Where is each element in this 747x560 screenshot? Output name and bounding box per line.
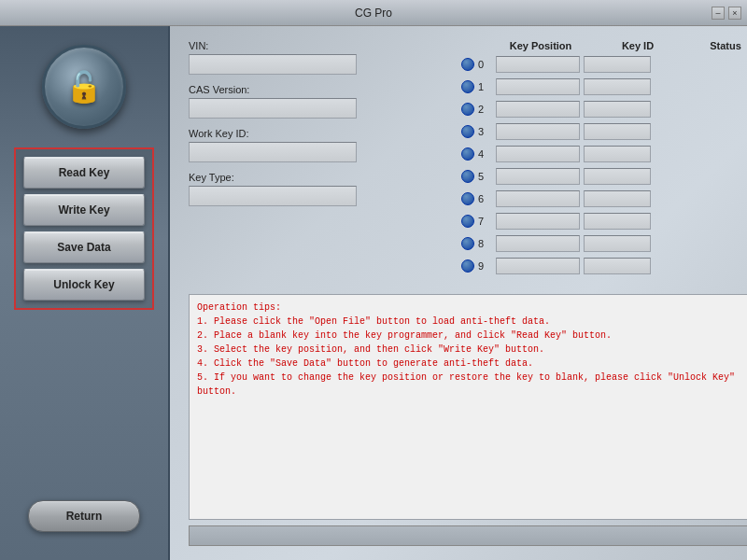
title-bar: CG Pro – × bbox=[0, 0, 747, 26]
key-position-header: Key Position bbox=[494, 40, 587, 51]
key-position-col: 3 bbox=[378, 125, 492, 138]
key-position-col: 8 bbox=[378, 237, 492, 250]
key-dot-9 bbox=[461, 259, 474, 273]
key-row: 3 bbox=[378, 123, 747, 140]
status-input-1[interactable] bbox=[584, 78, 651, 95]
key-num-4: 4 bbox=[478, 148, 492, 160]
key-position-col: 0 bbox=[378, 58, 492, 71]
key-num-8: 8 bbox=[478, 238, 492, 249]
key-id-input-8[interactable] bbox=[496, 235, 580, 252]
main-container: 🔓 Read Key Write Key Save Data Unlock Ke… bbox=[0, 26, 747, 560]
status-input-7[interactable] bbox=[584, 213, 651, 230]
key-dot-8 bbox=[461, 237, 474, 250]
form-section: VIN: CAS Version: Work Key ID: Key Type: bbox=[189, 40, 747, 277]
key-id-header: Key ID bbox=[591, 40, 684, 51]
status-input-3[interactable] bbox=[584, 123, 651, 140]
key-num-5: 5 bbox=[478, 171, 492, 182]
status-input-8[interactable] bbox=[584, 235, 651, 252]
work-key-id-input[interactable] bbox=[189, 142, 357, 162]
key-dot-3 bbox=[461, 125, 474, 138]
key-num-6: 6 bbox=[478, 193, 492, 204]
status-input-4[interactable] bbox=[584, 146, 651, 162]
key-dot-0 bbox=[461, 58, 474, 71]
key-num-9: 9 bbox=[478, 260, 492, 272]
status-input-9[interactable] bbox=[584, 258, 651, 274]
key-id-input-2[interactable] bbox=[496, 101, 580, 118]
key-type-label: Key Type: bbox=[189, 172, 359, 183]
key-id-input-0[interactable] bbox=[496, 56, 580, 73]
sidebar: 🔓 Read Key Write Key Save Data Unlock Ke… bbox=[0, 26, 170, 560]
key-row: 4 bbox=[378, 146, 747, 162]
bottom-status-bar bbox=[189, 525, 747, 546]
window-title: CG Pro bbox=[355, 7, 392, 20]
key-row: 0 bbox=[378, 56, 747, 73]
key-type-row: Key Type: bbox=[189, 172, 359, 206]
key-num-0: 0 bbox=[478, 59, 492, 70]
cas-version-row: CAS Version: bbox=[189, 84, 359, 119]
status-input-5[interactable] bbox=[584, 168, 651, 185]
close-button[interactable]: × bbox=[728, 7, 741, 20]
vin-input[interactable] bbox=[189, 54, 357, 75]
key-table-section: Key Position Key ID Status 0 bbox=[378, 40, 747, 277]
tips-title: Operation tips: bbox=[197, 302, 281, 313]
key-id-input-7[interactable] bbox=[496, 213, 580, 230]
key-num-7: 7 bbox=[478, 216, 492, 227]
content-area: VIN: CAS Version: Work Key ID: Key Type: bbox=[170, 26, 747, 560]
key-dot-4 bbox=[461, 147, 474, 161]
tips-line-5: 5. If you want to change the key positio… bbox=[197, 372, 735, 397]
work-key-id-label: Work Key ID: bbox=[189, 128, 359, 139]
form-left: VIN: CAS Version: Work Key ID: Key Type: bbox=[189, 40, 359, 277]
key-table-header: Key Position Key ID Status bbox=[378, 40, 747, 51]
minimize-button[interactable]: – bbox=[712, 7, 725, 20]
key-type-input[interactable] bbox=[189, 186, 357, 206]
key-position-col: 1 bbox=[378, 80, 492, 93]
write-key-button[interactable]: Write Key bbox=[23, 194, 145, 226]
key-id-input-4[interactable] bbox=[496, 146, 580, 162]
tips-line-4: 4. Click the "Save Data" button to gener… bbox=[197, 358, 533, 369]
tips-line-3: 3. Select the key position, and then cli… bbox=[197, 344, 544, 355]
key-num-3: 3 bbox=[478, 126, 492, 137]
read-key-button[interactable]: Read Key bbox=[23, 157, 145, 189]
lock-icon-container: 🔓 bbox=[42, 45, 126, 129]
key-id-input-3[interactable] bbox=[496, 123, 580, 140]
key-position-col: 5 bbox=[378, 170, 492, 183]
key-row: 8 bbox=[378, 235, 747, 252]
key-rows-container: 0 1 bbox=[378, 56, 747, 277]
return-button[interactable]: Return bbox=[28, 500, 140, 532]
key-dot-7 bbox=[461, 215, 474, 228]
key-dot-2 bbox=[461, 103, 474, 116]
cas-version-label: CAS Version: bbox=[189, 84, 359, 95]
key-id-input-1[interactable] bbox=[496, 78, 580, 95]
tips-line-2: 2. Place a blank key into the key progra… bbox=[197, 330, 612, 341]
status-input-0[interactable] bbox=[584, 56, 651, 73]
work-key-id-row: Work Key ID: bbox=[189, 128, 359, 162]
button-group: Read Key Write Key Save Data Unlock Key bbox=[14, 147, 154, 310]
key-position-col: 4 bbox=[378, 147, 492, 161]
key-row: 2 bbox=[378, 101, 747, 118]
key-id-input-9[interactable] bbox=[496, 258, 580, 274]
status-input-2[interactable] bbox=[584, 101, 651, 118]
lock-icon: 🔓 bbox=[65, 69, 103, 105]
cas-version-input[interactable] bbox=[189, 98, 357, 119]
unlock-key-button[interactable]: Unlock Key bbox=[23, 269, 145, 301]
tips-line-1: 1. Please click the "Open File" button t… bbox=[197, 316, 550, 327]
key-id-input-5[interactable] bbox=[496, 168, 580, 185]
key-row: 9 bbox=[378, 258, 747, 274]
key-position-col: 7 bbox=[378, 215, 492, 228]
key-dot-6 bbox=[461, 192, 474, 205]
vin-label: VIN: bbox=[189, 40, 359, 51]
key-row: 1 bbox=[378, 78, 747, 95]
vin-row: VIN: bbox=[189, 40, 359, 75]
key-position-col: 6 bbox=[378, 192, 492, 205]
window-controls: – × bbox=[712, 7, 741, 20]
key-row: 5 bbox=[378, 168, 747, 185]
key-num-1: 1 bbox=[478, 81, 492, 92]
key-dot-1 bbox=[461, 80, 474, 93]
status-input-6[interactable] bbox=[584, 190, 651, 207]
key-position-col: 2 bbox=[378, 103, 492, 116]
key-id-input-6[interactable] bbox=[496, 190, 580, 207]
key-num-2: 2 bbox=[478, 104, 492, 115]
key-row: 6 bbox=[378, 190, 747, 207]
save-data-button[interactable]: Save Data bbox=[23, 231, 145, 263]
key-position-col: 9 bbox=[378, 259, 492, 273]
